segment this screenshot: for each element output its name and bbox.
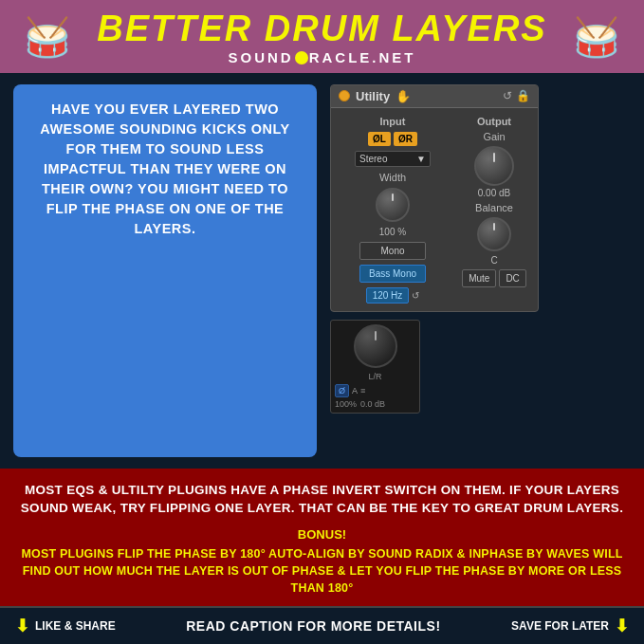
dc-button[interactable]: DC [499, 269, 525, 287]
bonus-text: MOST PLUGINS FLIP THE PHASE BY 180° AUTO… [19, 545, 625, 597]
utility-header-icons: ↺ 🔒 [503, 89, 530, 102]
stereo-chevron-icon: ▼ [416, 154, 426, 164]
sp-values-row: 100% 0.0 dB [335, 399, 415, 409]
subtitle-racle: RACLE.NET [309, 49, 416, 65]
utility-lock-icon[interactable]: 🔒 [516, 89, 530, 102]
gain-value: 0.00 dB [478, 188, 510, 198]
utility-hand-icon: ✋ [396, 89, 411, 103]
subtitle: SOUNDRACLE.NET [76, 49, 568, 65]
hz-button[interactable]: 120 Hz [366, 287, 410, 304]
utility-power-dot[interactable] [339, 90, 350, 101]
hz-refresh-icon[interactable]: ↺ [412, 290, 419, 301]
stereo-label: Stereo [359, 154, 387, 164]
sp-db-value: 0.0 dB [360, 399, 385, 409]
bottom-main-text: MOST EQS & ULTILTY PLUGINS HAVE A PHASE … [19, 482, 625, 518]
sp-menu-icon[interactable]: ≡ [360, 386, 365, 396]
utility-plugin-header: Utility ✋ ↺ 🔒 [331, 85, 538, 108]
sp-a-label: A [352, 386, 358, 396]
o-circle-icon [295, 51, 308, 64]
footer: ⬇ LIKE & SHARE READ CAPTION FOR MORE DET… [0, 606, 644, 644]
bonus-label: BONUS! [19, 527, 625, 542]
plugin-panel: Utility ✋ ↺ 🔒 Input ØL ØR [330, 84, 631, 457]
balance-label: Balance [475, 202, 513, 213]
width-value: 100 % [379, 227, 406, 237]
balance-value: C [490, 255, 497, 266]
stereo-select[interactable]: Stereo ▼ [355, 151, 431, 167]
input-right-button[interactable]: ØR [394, 132, 417, 146]
utility-left-column: Input ØL ØR Stereo ▼ Width 100 % [337, 116, 449, 304]
utility-plugin-body: Input ØL ØR Stereo ▼ Width 100 % [331, 108, 538, 311]
footer-center-text: READ CAPTION FOR MORE DETAILS! [186, 618, 440, 634]
gain-knob-container: 0.00 dB [474, 146, 514, 198]
gain-knob[interactable] [474, 146, 514, 186]
sp-main-knob[interactable] [354, 324, 397, 368]
sp-label-row: L/R [335, 372, 415, 381]
like-share-arrow-icon: ⬇ [15, 616, 29, 636]
sp-bottom-row: Ø A ≡ [335, 384, 415, 397]
utility-plugin-name: Utility [356, 89, 390, 103]
sp-percent-value: 100% [335, 399, 357, 409]
like-share-label[interactable]: LIKE & SHARE [35, 619, 116, 633]
header-title-block: BETTER DRUM LAYERS SOUNDRACLE.NET [76, 9, 568, 65]
main-title: BETTER DRUM LAYERS [76, 9, 568, 49]
small-plugin: L/R Ø A ≡ 100% 0.0 dB [330, 320, 420, 414]
left-text-box: HAVE YOU EVER LAYERED TWO AWESOME SOUNDI… [13, 84, 317, 457]
bottom-section: MOST EQS & ULTILTY PLUGINS HAVE A PHASE … [0, 469, 644, 606]
subtitle-sound: SOUND [228, 49, 293, 65]
gain-label: Gain [483, 131, 505, 142]
width-knob[interactable] [376, 188, 410, 222]
drum-right-emoji: 🥁 [573, 15, 620, 60]
input-label: Input [380, 116, 406, 127]
input-buttons: ØL ØR [368, 132, 417, 146]
output-label: Output [477, 116, 511, 127]
sp-phase-button[interactable]: Ø [335, 384, 349, 397]
balance-knob[interactable] [477, 217, 511, 251]
middle-section: HAVE YOU EVER LAYERED TWO AWESOME SOUNDI… [0, 73, 644, 469]
utility-plugin: Utility ✋ ↺ 🔒 Input ØL ØR [330, 84, 539, 312]
hz-row: 120 Hz ↺ [366, 287, 420, 304]
utility-right-column: Output Gain 0.00 dB Balance C [456, 116, 532, 304]
header: 🥁 BETTER DRUM LAYERS SOUNDRACLE.NET 🥁 [0, 0, 644, 73]
footer-left[interactable]: ⬇ LIKE & SHARE [15, 616, 116, 636]
drum-icon-left: 🥁 [19, 11, 76, 64]
drum-left-emoji: 🥁 [24, 15, 71, 60]
mute-button[interactable]: Mute [462, 269, 496, 287]
drum-icon-right: 🥁 [568, 11, 625, 64]
sp-knob-row [335, 324, 415, 368]
save-later-label[interactable]: SAVE FOR LATER [511, 619, 609, 633]
input-left-button[interactable]: ØL [368, 132, 391, 146]
utility-refresh-icon[interactable]: ↺ [503, 89, 512, 102]
bass-mono-button[interactable]: Bass Mono [359, 265, 426, 283]
mono-button[interactable]: Mono [359, 242, 426, 260]
utility-title-row: Utility ✋ [339, 89, 411, 103]
save-later-arrow-icon: ⬇ [615, 616, 629, 636]
question-text: HAVE YOU EVER LAYERED TWO AWESOME SOUNDI… [30, 100, 300, 239]
width-label: Width [379, 172, 406, 183]
sp-lr-label: L/R [368, 372, 381, 381]
footer-right[interactable]: SAVE FOR LATER ⬇ [511, 616, 629, 636]
mute-dc-row: Mute DC [462, 269, 526, 287]
